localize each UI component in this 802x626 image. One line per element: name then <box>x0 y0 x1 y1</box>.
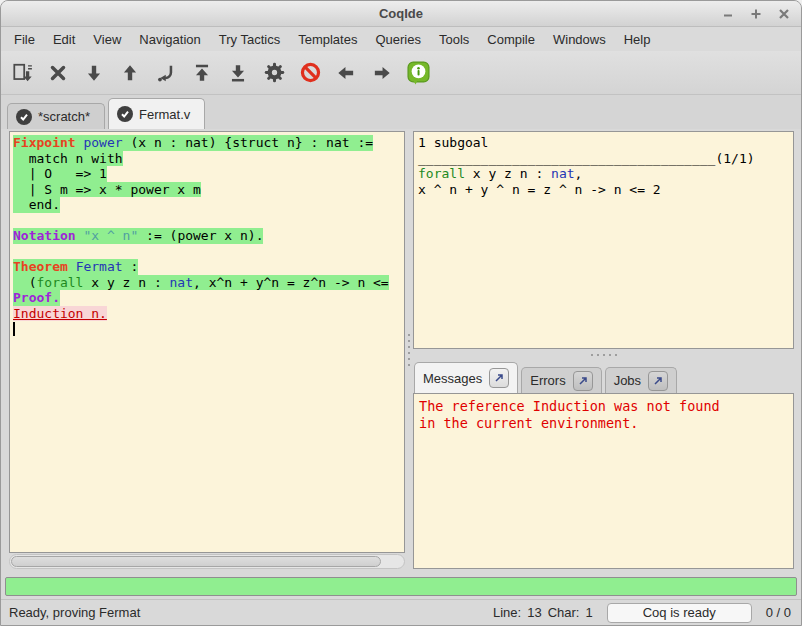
splitter-handle-icon <box>591 354 617 356</box>
detach-messages-button[interactable] <box>489 368 509 388</box>
menu-tools[interactable]: Tools <box>430 29 478 50</box>
minimize-button[interactable] <box>719 5 737 23</box>
vertical-splitter[interactable] <box>405 131 413 569</box>
menu-navigation[interactable]: Navigation <box>130 29 209 50</box>
code-line: forall x y z n : nat, <box>418 166 793 182</box>
code-line: (forall x y z n : nat, x^n + y^n = z^n -… <box>13 275 404 291</box>
window-controls <box>719 1 793 27</box>
menu-bar: FileEditViewNavigationTry TacticsTemplat… <box>1 27 801 51</box>
backward-one-command-button[interactable] <box>115 57 145 89</box>
code-line: Induction n. <box>13 306 404 322</box>
line-value: 13 <box>527 605 541 620</box>
arrow-to-bottom-icon <box>227 62 249 84</box>
go-to-start-button[interactable] <box>187 57 217 89</box>
code-line: match n with <box>13 151 404 167</box>
code-line <box>13 213 404 229</box>
previous-occurrence-button[interactable] <box>331 57 361 89</box>
status-right: Line: 13 Char: 1 Coq is ready 0 / 0 <box>493 603 791 623</box>
arrow-left-icon <box>335 62 357 84</box>
worker-counter: 0 / 0 <box>766 605 791 620</box>
coq-status-text: Coq is ready <box>643 605 716 620</box>
code-line: The reference Induction was not found <box>419 398 793 415</box>
go-to-end-button[interactable] <box>223 57 253 89</box>
menu-templates[interactable]: Templates <box>289 29 366 50</box>
tab-label: Fermat.v <box>139 107 190 122</box>
toolbar <box>1 51 801 95</box>
panel-tab-bar: Messages Errors Jobs <box>413 361 794 393</box>
detach-errors-button[interactable] <box>573 371 593 391</box>
tab-scratch[interactable]: *scratch* <box>7 103 105 129</box>
progress-row <box>1 575 801 599</box>
next-occurrence-button[interactable] <box>367 57 397 89</box>
close-buffer-button[interactable] <box>43 57 73 89</box>
tab-label: Jobs <box>614 373 641 388</box>
scrollbar-thumb[interactable] <box>11 556 381 567</box>
code-line: Theorem Fermat : <box>13 259 404 275</box>
splitter-handle-icon <box>408 334 410 366</box>
menu-queries[interactable]: Queries <box>366 29 430 50</box>
code-line: 1 subgoal <box>418 135 793 151</box>
interrupt-button[interactable] <box>295 57 325 89</box>
code-line <box>13 244 404 260</box>
gear-icon <box>263 61 286 84</box>
interrupt-icon <box>299 61 322 84</box>
char-label: Char: <box>548 605 580 620</box>
coqide-window: CoqIde FileEditViewNavigationTry Tactics… <box>0 0 802 626</box>
status-message: Ready, proving Fermat <box>9 605 493 620</box>
menu-compile[interactable]: Compile <box>478 29 544 50</box>
progress-bar <box>5 577 797 596</box>
title-bar[interactable]: CoqIde <box>1 1 801 27</box>
about-button[interactable] <box>403 57 433 89</box>
fully-check-button[interactable] <box>259 57 289 89</box>
menu-view[interactable]: View <box>84 29 130 50</box>
detach-icon <box>494 373 504 383</box>
close-icon <box>47 62 69 84</box>
tab-messages[interactable]: Messages <box>414 362 518 393</box>
script-pane: Fixpoint power (x n : nat) {struct n} : … <box>9 131 405 569</box>
maximize-icon <box>749 7 763 21</box>
arrow-down-icon <box>83 62 105 84</box>
proof-column: 1 subgoal_______________________________… <box>413 131 794 569</box>
menu-help[interactable]: Help <box>615 29 660 50</box>
tab-jobs[interactable]: Jobs <box>605 367 677 393</box>
save-button[interactable] <box>7 57 37 89</box>
line-label: Line: <box>493 605 521 620</box>
goal-panel[interactable]: 1 subgoal_______________________________… <box>413 131 794 349</box>
tab-label: Messages <box>423 371 482 386</box>
detach-jobs-button[interactable] <box>648 371 668 391</box>
info-bubble-icon <box>406 60 431 85</box>
menu-try-tactics[interactable]: Try Tactics <box>210 29 289 50</box>
tab-label: *scratch* <box>38 109 90 124</box>
main-area: Fixpoint power (x n : nat) {struct n} : … <box>1 129 801 575</box>
menu-edit[interactable]: Edit <box>44 29 84 50</box>
menu-windows[interactable]: Windows <box>544 29 615 50</box>
arrow-to-top-icon <box>191 62 213 84</box>
code-line: in the current environment. <box>419 415 793 432</box>
save-icon <box>11 62 33 84</box>
arrow-right-icon <box>371 62 393 84</box>
code-line <box>13 321 404 337</box>
tab-errors[interactable]: Errors <box>521 367 601 393</box>
status-bar: Ready, proving Fermat Line: 13 Char: 1 C… <box>1 599 801 625</box>
editor-tab-bar: *scratch* Fermat.v <box>1 95 801 129</box>
go-to-cursor-icon <box>155 62 177 84</box>
close-window-button[interactable] <box>775 5 793 23</box>
arrow-up-icon <box>119 62 141 84</box>
code-editor[interactable]: Fixpoint power (x n : nat) {struct n} : … <box>9 131 405 553</box>
maximize-button[interactable] <box>747 5 765 23</box>
horizontal-splitter[interactable] <box>413 349 794 361</box>
go-to-cursor-button[interactable] <box>151 57 181 89</box>
messages-panel[interactable]: The reference Induction was not foundin … <box>413 393 794 569</box>
forward-one-command-button[interactable] <box>79 57 109 89</box>
coq-status-indicator: Coq is ready <box>607 603 752 623</box>
window-title: CoqIde <box>1 6 801 21</box>
menu-file[interactable]: File <box>5 29 44 50</box>
horizontal-scrollbar[interactable] <box>9 554 405 569</box>
tab-fermat[interactable]: Fermat.v <box>108 98 205 129</box>
code-line: Notation "x ^ n" := (power x n). <box>13 228 404 244</box>
char-value: 1 <box>585 605 592 620</box>
tab-label: Errors <box>530 373 565 388</box>
close-window-icon <box>777 7 791 21</box>
code-line: end. <box>13 197 404 213</box>
code-line: ______________________________________(1… <box>418 151 793 167</box>
